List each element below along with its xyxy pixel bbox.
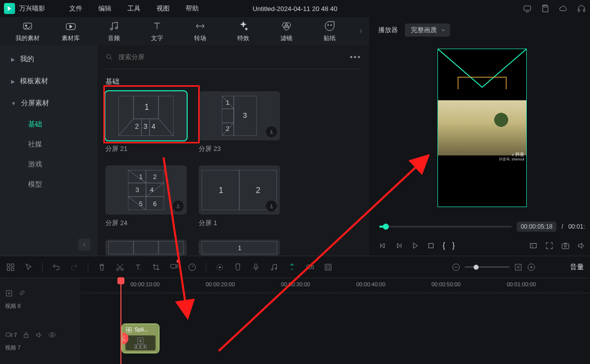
template-splitscreen-21[interactable]: 1 2 3 4 分屏 21 (105, 91, 187, 153)
svg-text:3: 3 (143, 122, 147, 130)
zoom-slider[interactable] (465, 266, 510, 268)
search-input[interactable] (118, 53, 345, 61)
svg-point-41 (564, 245, 567, 248)
playhead[interactable] (120, 278, 121, 364)
svg-rect-42 (7, 264, 10, 266)
snapshot-icon[interactable] (561, 241, 570, 250)
svg-rect-66 (129, 327, 132, 329)
menu-help[interactable]: 帮助 (178, 4, 207, 13)
mark-in-icon[interactable]: { (442, 241, 445, 250)
mark-out-icon[interactable]: } (452, 241, 455, 250)
zoom-out-icon[interactable] (452, 263, 461, 272)
svg-rect-68 (129, 330, 132, 332)
preview-progress-slider[interactable] (379, 226, 512, 228)
visibility-icon[interactable] (48, 331, 56, 339)
template-partial-1[interactable] (105, 240, 187, 256)
undo-icon[interactable] (52, 263, 61, 272)
tab-filters[interactable]: 滤镜 (267, 20, 306, 43)
menu-tools[interactable]: 工具 (119, 4, 149, 13)
mic-icon[interactable] (251, 263, 260, 272)
lock-icon[interactable] (22, 331, 30, 339)
svg-text:1: 1 (226, 99, 229, 106)
svg-point-7 (110, 28, 112, 30)
tab-stock-media[interactable]: 素材库 (51, 20, 90, 43)
speed-icon[interactable] (188, 263, 197, 272)
tab-stickers[interactable]: 贴纸 (310, 20, 349, 43)
template-splitscreen-23[interactable]: 1 3 2 分屏 23 (199, 91, 280, 153)
svg-point-12 (328, 25, 329, 26)
svg-point-51 (219, 266, 221, 268)
text-tool-icon[interactable] (133, 263, 142, 272)
template-partial-2[interactable]: 1 (199, 240, 280, 256)
select-tool-icon[interactable] (24, 263, 33, 272)
sidebar-collapse-icon[interactable] (78, 239, 90, 251)
stop-icon[interactable] (426, 241, 435, 250)
audio-tool-icon[interactable] (269, 263, 278, 272)
preview-frame[interactable]: ♪ 抖音 抖音号: shenout (438, 49, 526, 207)
svg-text:3: 3 (135, 186, 139, 194)
svg-rect-3 (583, 10, 585, 12)
menu-edit[interactable]: 编辑 (90, 4, 119, 13)
group-icon[interactable] (324, 263, 333, 272)
tab-my-media[interactable]: 我的素材 (8, 20, 47, 43)
template-splitscreen-1[interactable]: 1 2 分屏 1 (199, 165, 280, 228)
track-head-controls (5, 281, 75, 305)
tabs-next-icon[interactable] (357, 28, 364, 35)
tab-effects[interactable]: 特效 (224, 20, 263, 43)
delete-icon[interactable] (97, 263, 106, 272)
timeline-tracks[interactable]: 00:00:10:00 00:00:20:00 00:00:30:00 00:0… (80, 278, 590, 364)
svg-text:1: 1 (144, 103, 149, 111)
marker-icon[interactable] (233, 263, 242, 272)
sidebar-item-templates[interactable]: ▶模板素材 (0, 70, 97, 92)
step-forward-icon[interactable] (394, 241, 403, 250)
record-icon[interactable] (170, 262, 179, 271)
track-label-video8: 视频 8 (5, 302, 75, 310)
quality-selector[interactable]: 完整画质 (405, 24, 450, 37)
cut-icon[interactable] (115, 263, 124, 272)
sidebar-sub-model[interactable]: 模型 (0, 174, 97, 195)
download-icon[interactable] (266, 126, 277, 137)
svg-text:2: 2 (135, 122, 139, 130)
svg-rect-2 (578, 10, 579, 12)
download-icon[interactable] (173, 201, 184, 212)
magnet-icon[interactable] (287, 262, 297, 271)
tab-audio[interactable]: 音频 (94, 20, 133, 43)
sidebar-sub-social[interactable]: 社媒 (0, 134, 97, 154)
media-sidebar: ▶我的 ▶模板素材 ▼分屏素材 基础 社媒 游戏 模型 (0, 45, 97, 256)
download-icon[interactable] (266, 201, 277, 212)
sidebar-item-my[interactable]: ▶我的 (0, 48, 97, 70)
video-track-icon[interactable] (5, 331, 13, 339)
svg-point-5 (26, 25, 27, 26)
menu-view[interactable]: 视图 (149, 4, 178, 13)
ratio-icon[interactable] (529, 241, 538, 250)
tab-titles[interactable]: 文字 (137, 20, 177, 43)
dashboard-icon[interactable] (6, 263, 15, 272)
tab-transitions[interactable]: 转场 (181, 20, 220, 43)
sidebar-sub-gaming[interactable]: 游戏 (0, 154, 97, 174)
redo-icon[interactable] (70, 263, 79, 272)
save-icon[interactable] (541, 4, 550, 13)
play-icon[interactable] (410, 241, 419, 250)
search-more-icon[interactable]: ••• (350, 53, 361, 62)
timeline-clip-split[interactable]: Spli... 1 2 3 4 (122, 324, 159, 352)
volume-icon[interactable] (577, 241, 586, 250)
link-track-icon[interactable] (18, 289, 26, 297)
template-splitscreen-24[interactable]: 1 2 3 4 5 6 分屏 24 (105, 165, 187, 228)
fullscreen-icon[interactable] (545, 241, 554, 250)
menu-file[interactable]: 文件 (61, 4, 90, 13)
svg-text:5: 5 (139, 200, 142, 208)
zoom-in-icon[interactable] (527, 263, 536, 272)
zoom-fit-icon[interactable] (514, 263, 523, 272)
mute-track-icon[interactable] (35, 331, 43, 339)
sidebar-item-split[interactable]: ▼分屏素材 (0, 92, 97, 114)
timeline-ruler[interactable]: 00:00:10:00 00:00:20:00 00:00:30:00 00:0… (80, 278, 590, 293)
link-icon[interactable] (306, 263, 315, 272)
monitor-icon[interactable] (523, 4, 532, 13)
add-track-icon[interactable] (5, 289, 13, 297)
sidebar-sub-basic[interactable]: 基础 (0, 114, 97, 134)
step-back-icon[interactable] (378, 241, 387, 250)
cloud-icon[interactable] (559, 4, 568, 13)
headphones-icon[interactable] (577, 4, 586, 13)
crop-icon[interactable] (152, 263, 161, 272)
color-wheel-icon[interactable] (215, 263, 224, 272)
